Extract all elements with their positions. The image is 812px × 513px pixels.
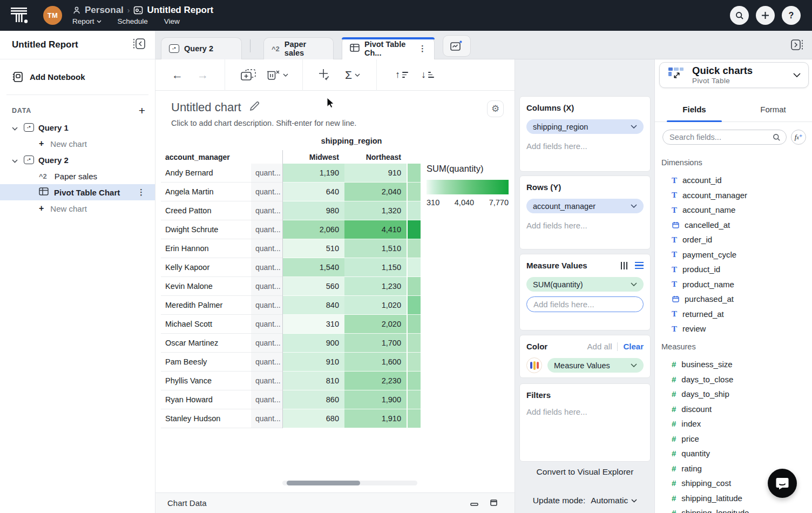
rows-y-field-pill[interactable]: account_manager: [526, 199, 644, 213]
quick-charts-selector[interactable]: Quick charts Pivot Table: [659, 62, 809, 88]
color-add-all-link[interactable]: Add all: [587, 342, 612, 351]
update-mode-dropdown[interactable]: Automatic: [591, 496, 637, 505]
dimension-item-account_id[interactable]: Taccount_id: [655, 173, 812, 188]
chart-data-label[interactable]: Chart Data: [167, 498, 207, 508]
tab-query2[interactable]: -* Query 2: [161, 37, 242, 59]
convert-to-visual-explorer-button[interactable]: Convert to Visual Explorer: [515, 467, 655, 477]
add-fields-input[interactable]: [533, 300, 641, 309]
add-data-button[interactable]: +: [139, 105, 145, 116]
dimension-item-order_id[interactable]: Torder_id: [655, 232, 812, 247]
measure-values-add-field-input[interactable]: [526, 296, 644, 312]
horizontal-scrollbar[interactable]: [282, 481, 417, 485]
dimension-item-returned_at[interactable]: Treturned_at: [655, 307, 812, 322]
number-type-icon: #: [672, 478, 676, 488]
dimension-item-product_name[interactable]: Tproduct_name: [655, 277, 812, 292]
chart-description-placeholder[interactable]: Click to add chart description. Shift-en…: [171, 119, 356, 127]
columns-layout-icon[interactable]: [621, 262, 628, 269]
dimension-item-purchased_at[interactable]: purchased_at: [655, 292, 812, 307]
new-chart-tab-button[interactable]: [443, 35, 471, 57]
dock-panel-bottom-icon[interactable]: [470, 498, 478, 508]
measure-item-shipping_longitude[interactable]: #shipping_longitude: [655, 505, 812, 513]
breadcrumb-workspace[interactable]: Personal: [85, 5, 124, 16]
redo-button[interactable]: →: [197, 69, 208, 82]
aggregate-button[interactable]: Σ: [345, 69, 360, 82]
remove-chart-button[interactable]: [266, 69, 288, 81]
undo-button[interactable]: ←: [172, 69, 183, 82]
edit-title-pencil-icon[interactable]: [249, 102, 259, 114]
app-logo-icon[interactable]: [10, 6, 30, 25]
number-type-icon: #: [672, 464, 676, 473]
sidebar-item-new-chart-2[interactable]: + New chart: [0, 200, 155, 217]
columns-x-field-pill[interactable]: shipping_region: [526, 119, 644, 134]
query-icon: -*: [169, 44, 179, 53]
user-avatar[interactable]: TM: [43, 6, 62, 25]
sort-ascending-button[interactable]: ↑: [395, 69, 408, 80]
maximize-panel-icon[interactable]: [490, 498, 497, 508]
pivot-row-label: Michael Scott: [161, 315, 251, 334]
scrollbar-thumb[interactable]: [287, 481, 360, 485]
search-fields-box[interactable]: [662, 130, 787, 145]
help-button[interactable]: ?: [782, 6, 801, 25]
measure-values-field-pill[interactable]: SUM(quantity): [526, 277, 644, 292]
tab-paper-sales[interactable]: ^2 Paper sales: [263, 37, 334, 59]
chevron-down-icon[interactable]: [12, 156, 19, 165]
menu-report[interactable]: Report: [72, 17, 102, 25]
measure-item-discount[interactable]: #discount: [655, 402, 812, 417]
color-palette-icon[interactable]: [526, 357, 542, 373]
sidebar-item-new-chart-1[interactable]: + New chart: [0, 136, 155, 152]
measure-item-days_to_close[interactable]: #days_to_close: [655, 372, 812, 387]
tab-fields[interactable]: Fields: [655, 100, 734, 122]
kebab-menu-icon[interactable]: ⋮: [137, 187, 145, 197]
measure-item-quantity[interactable]: #quantity: [655, 446, 812, 461]
sort-descending-button[interactable]: ↓: [421, 69, 434, 80]
dimension-item-cancelled_at[interactable]: cancelled_at: [655, 218, 812, 233]
support-chat-button[interactable]: [768, 469, 797, 498]
dimension-item-product_id[interactable]: Tproduct_id: [655, 262, 812, 277]
breadcrumb-report-title[interactable]: Untitled Report: [147, 5, 213, 16]
filters-placeholder[interactable]: Add fields here...: [526, 407, 644, 416]
measure-item-price[interactable]: #price: [655, 431, 812, 447]
pivot-value-cell: 4,410: [344, 220, 407, 239]
pivot-partial-cell: [407, 296, 421, 315]
add-formula-button[interactable]: fx+: [791, 130, 806, 145]
field-label: cancelled_at: [685, 220, 730, 230]
dimension-item-account_manager[interactable]: Taccount_manager: [655, 188, 812, 203]
color-field-pill[interactable]: Measure Values: [547, 358, 644, 373]
chart-settings-button[interactable]: ⚙: [487, 100, 504, 117]
sidebar-item-query2[interactable]: -* Query 2: [0, 152, 155, 168]
text-type-icon: T: [672, 206, 677, 214]
rows-layout-icon[interactable]: [635, 262, 644, 269]
search-button[interactable]: [730, 6, 749, 25]
swap-axes-button[interactable]: [318, 68, 332, 82]
sidebar-item-query1[interactable]: -* Query 1: [0, 119, 155, 136]
dimension-item-review[interactable]: Treview: [655, 321, 812, 336]
collapse-sidebar-button[interactable]: [132, 38, 146, 52]
columns-x-placeholder[interactable]: Add fields here...: [526, 141, 644, 151]
collapse-right-panel-button[interactable]: [789, 38, 804, 52]
search-fields-input[interactable]: [669, 133, 773, 141]
color-clear-link[interactable]: Clear: [623, 342, 644, 351]
pivot-table-row: Angela Martinquant...6402,040: [161, 183, 421, 201]
tab-format[interactable]: Format: [734, 100, 812, 122]
search-icon: [735, 11, 744, 20]
menu-schedule[interactable]: Schedule: [118, 17, 148, 25]
menu-view[interactable]: View: [164, 17, 180, 25]
measure-item-business_size[interactable]: #business_size: [655, 357, 812, 372]
sidebar-item-pivot-table-chart[interactable]: Pivot Table Chart ⋮: [0, 184, 155, 200]
measure-item-days_to_ship[interactable]: #days_to_ship: [655, 387, 812, 402]
dimension-item-account_name[interactable]: Taccount_name: [655, 202, 812, 218]
chart-title[interactable]: Untitled chart: [171, 100, 241, 114]
chart-data-bar: Chart Data: [155, 492, 515, 513]
pivot-row-dimension-label: account_manager: [161, 153, 251, 161]
dimension-item-payment_cycle[interactable]: Tpayment_cycle: [655, 247, 812, 262]
pivot-table-row: Phyllis Vancequant...8102,230: [161, 372, 421, 390]
tab-pivot-table-chart[interactable]: Pivot Table Ch... ⋮: [342, 37, 435, 59]
add-to-report-button[interactable]: [240, 69, 256, 82]
add-notebook-button[interactable]: Add Notebook: [0, 59, 155, 83]
rows-y-placeholder[interactable]: Add fields here...: [526, 221, 644, 230]
add-button[interactable]: [756, 6, 775, 25]
chevron-down-icon[interactable]: [12, 123, 19, 132]
measure-item-index[interactable]: #index: [655, 416, 812, 431]
sidebar-item-paper-sales[interactable]: ^2 Paper sales: [0, 168, 155, 184]
kebab-menu-icon[interactable]: ⋮: [418, 44, 427, 53]
